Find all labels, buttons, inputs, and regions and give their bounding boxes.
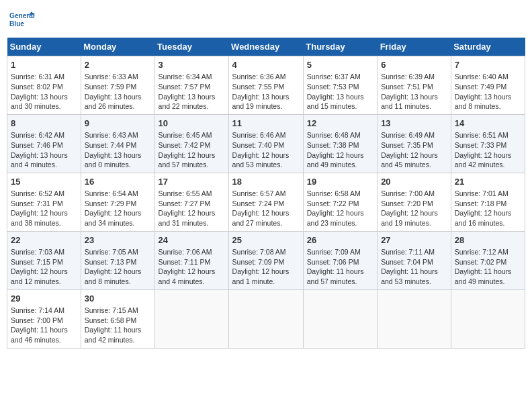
day-number: 2 bbox=[85, 59, 151, 71]
calendar-cell: 19Sunrise: 6:58 AM Sunset: 7:22 PM Dayli… bbox=[303, 173, 377, 231]
day-info: Sunrise: 6:54 AM Sunset: 7:29 PM Dayligh… bbox=[85, 189, 151, 228]
calendar-cell: 27Sunrise: 7:11 AM Sunset: 7:04 PM Dayli… bbox=[378, 231, 451, 289]
calendar-cell: 9Sunrise: 6:43 AM Sunset: 7:44 PM Daylig… bbox=[81, 114, 154, 173]
day-info: Sunrise: 6:49 AM Sunset: 7:35 PM Dayligh… bbox=[381, 130, 447, 170]
day-number: 20 bbox=[381, 176, 447, 188]
day-info: Sunrise: 6:34 AM Sunset: 7:57 PM Dayligh… bbox=[159, 72, 225, 111]
calendar-cell bbox=[154, 289, 228, 348]
day-number: 25 bbox=[232, 234, 300, 246]
calendar-cell: 13Sunrise: 6:49 AM Sunset: 7:35 PM Dayli… bbox=[378, 114, 451, 173]
day-info: Sunrise: 6:39 AM Sunset: 7:51 PM Dayligh… bbox=[381, 72, 447, 111]
day-number: 29 bbox=[11, 293, 77, 305]
calendar-cell: 24Sunrise: 7:06 AM Sunset: 7:11 PM Dayli… bbox=[154, 231, 228, 289]
calendar-cell: 22Sunrise: 7:03 AM Sunset: 7:15 PM Dayli… bbox=[7, 231, 81, 289]
day-number: 15 bbox=[11, 176, 77, 188]
calendar-cell: 16Sunrise: 6:54 AM Sunset: 7:29 PM Dayli… bbox=[81, 173, 154, 231]
col-header-tuesday: Tuesday bbox=[154, 38, 228, 56]
calendar-cell: 6Sunrise: 6:39 AM Sunset: 7:51 PM Daylig… bbox=[378, 56, 451, 115]
logo: General Blue bbox=[9, 7, 35, 32]
day-number: 27 bbox=[381, 234, 447, 246]
calendar-cell: 15Sunrise: 6:52 AM Sunset: 7:31 PM Dayli… bbox=[7, 173, 81, 231]
page-header: General Blue bbox=[7, 7, 525, 32]
calendar-cell: 4Sunrise: 6:36 AM Sunset: 7:55 PM Daylig… bbox=[228, 56, 303, 115]
day-number: 5 bbox=[307, 59, 373, 71]
day-info: Sunrise: 6:40 AM Sunset: 7:49 PM Dayligh… bbox=[455, 72, 521, 111]
day-info: Sunrise: 7:00 AM Sunset: 7:20 PM Dayligh… bbox=[381, 189, 447, 228]
calendar-cell bbox=[228, 289, 303, 348]
col-header-thursday: Thursday bbox=[303, 38, 377, 56]
day-info: Sunrise: 6:57 AM Sunset: 7:24 PM Dayligh… bbox=[232, 189, 300, 228]
calendar-body: 1Sunrise: 6:31 AM Sunset: 8:02 PM Daylig… bbox=[7, 56, 525, 349]
day-number: 24 bbox=[159, 234, 225, 246]
calendar-week-row: 15Sunrise: 6:52 AM Sunset: 7:31 PM Dayli… bbox=[7, 173, 525, 231]
day-info: Sunrise: 6:33 AM Sunset: 7:59 PM Dayligh… bbox=[85, 72, 151, 111]
day-info: Sunrise: 6:48 AM Sunset: 7:38 PM Dayligh… bbox=[307, 130, 373, 170]
calendar-week-row: 8Sunrise: 6:42 AM Sunset: 7:46 PM Daylig… bbox=[7, 114, 525, 173]
day-number: 16 bbox=[85, 176, 151, 188]
col-header-saturday: Saturday bbox=[451, 38, 525, 56]
header-row: SundayMondayTuesdayWednesdayThursdayFrid… bbox=[7, 38, 525, 56]
calendar-cell: 14Sunrise: 6:51 AM Sunset: 7:33 PM Dayli… bbox=[451, 114, 525, 173]
calendar-cell: 29Sunrise: 7:14 AM Sunset: 7:00 PM Dayli… bbox=[7, 289, 81, 348]
day-info: Sunrise: 7:06 AM Sunset: 7:11 PM Dayligh… bbox=[159, 247, 225, 287]
calendar-cell: 11Sunrise: 6:46 AM Sunset: 7:40 PM Dayli… bbox=[228, 114, 303, 173]
day-number: 12 bbox=[307, 118, 373, 130]
day-info: Sunrise: 7:01 AM Sunset: 7:18 PM Dayligh… bbox=[455, 189, 521, 228]
day-number: 26 bbox=[307, 234, 373, 246]
calendar-cell: 18Sunrise: 6:57 AM Sunset: 7:24 PM Dayli… bbox=[228, 173, 303, 231]
day-info: Sunrise: 6:37 AM Sunset: 7:53 PM Dayligh… bbox=[307, 72, 373, 111]
day-number: 10 bbox=[159, 118, 225, 130]
col-header-friday: Friday bbox=[378, 38, 451, 56]
day-number: 4 bbox=[232, 59, 300, 71]
day-number: 11 bbox=[232, 118, 300, 130]
calendar-cell bbox=[378, 289, 451, 348]
calendar-cell: 17Sunrise: 6:55 AM Sunset: 7:27 PM Dayli… bbox=[154, 173, 228, 231]
day-number: 3 bbox=[159, 59, 225, 71]
day-number: 19 bbox=[307, 176, 373, 188]
calendar-cell: 20Sunrise: 7:00 AM Sunset: 7:20 PM Dayli… bbox=[378, 173, 451, 231]
day-info: Sunrise: 6:36 AM Sunset: 7:55 PM Dayligh… bbox=[232, 72, 300, 111]
day-info: Sunrise: 7:11 AM Sunset: 7:04 PM Dayligh… bbox=[381, 247, 447, 287]
day-number: 17 bbox=[159, 176, 225, 188]
day-info: Sunrise: 6:43 AM Sunset: 7:44 PM Dayligh… bbox=[85, 130, 151, 170]
day-number: 7 bbox=[455, 59, 521, 71]
day-info: Sunrise: 7:12 AM Sunset: 7:02 PM Dayligh… bbox=[455, 247, 521, 287]
day-info: Sunrise: 6:55 AM Sunset: 7:27 PM Dayligh… bbox=[159, 189, 225, 228]
calendar-cell bbox=[303, 289, 377, 348]
logo-svg: General Blue bbox=[9, 7, 35, 32]
col-header-sunday: Sunday bbox=[7, 38, 81, 56]
calendar-cell: 23Sunrise: 7:05 AM Sunset: 7:13 PM Dayli… bbox=[81, 231, 154, 289]
day-info: Sunrise: 6:42 AM Sunset: 7:46 PM Dayligh… bbox=[11, 130, 77, 170]
day-info: Sunrise: 7:15 AM Sunset: 6:58 PM Dayligh… bbox=[85, 306, 151, 345]
day-number: 1 bbox=[11, 59, 77, 71]
day-number: 23 bbox=[85, 234, 151, 246]
day-info: Sunrise: 6:31 AM Sunset: 8:02 PM Dayligh… bbox=[11, 72, 77, 111]
day-number: 14 bbox=[455, 118, 521, 130]
calendar-header: SundayMondayTuesdayWednesdayThursdayFrid… bbox=[7, 38, 525, 56]
day-number: 9 bbox=[85, 118, 151, 130]
day-number: 13 bbox=[381, 118, 447, 130]
day-number: 18 bbox=[232, 176, 300, 188]
day-info: Sunrise: 7:05 AM Sunset: 7:13 PM Dayligh… bbox=[85, 247, 151, 287]
day-number: 6 bbox=[381, 59, 447, 71]
calendar-week-row: 22Sunrise: 7:03 AM Sunset: 7:15 PM Dayli… bbox=[7, 231, 525, 289]
calendar-cell: 2Sunrise: 6:33 AM Sunset: 7:59 PM Daylig… bbox=[81, 56, 154, 115]
calendar-cell: 26Sunrise: 7:09 AM Sunset: 7:06 PM Dayli… bbox=[303, 231, 377, 289]
col-header-monday: Monday bbox=[81, 38, 154, 56]
day-info: Sunrise: 6:58 AM Sunset: 7:22 PM Dayligh… bbox=[307, 189, 373, 228]
calendar-cell: 10Sunrise: 6:45 AM Sunset: 7:42 PM Dayli… bbox=[154, 114, 228, 173]
calendar-cell: 1Sunrise: 6:31 AM Sunset: 8:02 PM Daylig… bbox=[7, 56, 81, 115]
calendar-cell: 21Sunrise: 7:01 AM Sunset: 7:18 PM Dayli… bbox=[451, 173, 525, 231]
calendar-cell: 28Sunrise: 7:12 AM Sunset: 7:02 PM Dayli… bbox=[451, 231, 525, 289]
day-info: Sunrise: 6:45 AM Sunset: 7:42 PM Dayligh… bbox=[159, 130, 225, 170]
calendar-cell: 12Sunrise: 6:48 AM Sunset: 7:38 PM Dayli… bbox=[303, 114, 377, 173]
calendar-cell: 5Sunrise: 6:37 AM Sunset: 7:53 PM Daylig… bbox=[303, 56, 377, 115]
calendar-cell: 7Sunrise: 6:40 AM Sunset: 7:49 PM Daylig… bbox=[451, 56, 525, 115]
calendar-week-row: 29Sunrise: 7:14 AM Sunset: 7:00 PM Dayli… bbox=[7, 289, 525, 348]
calendar-cell: 25Sunrise: 7:08 AM Sunset: 7:09 PM Dayli… bbox=[228, 231, 303, 289]
calendar-week-row: 1Sunrise: 6:31 AM Sunset: 8:02 PM Daylig… bbox=[7, 56, 525, 115]
day-info: Sunrise: 7:14 AM Sunset: 7:00 PM Dayligh… bbox=[11, 306, 77, 345]
day-info: Sunrise: 6:52 AM Sunset: 7:31 PM Dayligh… bbox=[11, 189, 77, 228]
day-info: Sunrise: 6:46 AM Sunset: 7:40 PM Dayligh… bbox=[232, 130, 300, 170]
col-header-wednesday: Wednesday bbox=[228, 38, 303, 56]
